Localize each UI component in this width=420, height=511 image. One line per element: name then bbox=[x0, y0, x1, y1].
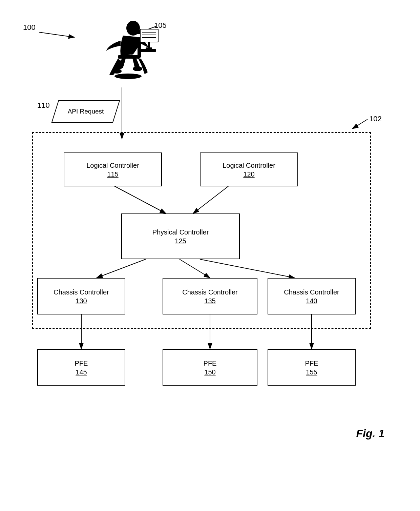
svg-rect-18 bbox=[118, 55, 140, 59]
chassis-controller-130: Chassis Controller 130 bbox=[37, 278, 125, 314]
ref-110: 110 bbox=[37, 101, 50, 110]
chassis-controller-140: Chassis Controller 140 bbox=[268, 278, 356, 314]
ref-100: 100 bbox=[23, 23, 36, 32]
svg-point-17 bbox=[133, 66, 142, 71]
svg-text:API Request: API Request bbox=[68, 108, 104, 115]
pfe-150: PFE 150 bbox=[163, 349, 257, 386]
svg-line-6 bbox=[352, 119, 368, 129]
diagram: 100 105 bbox=[0, 0, 420, 511]
pfe-145: PFE 145 bbox=[37, 349, 125, 386]
logical-controller-120: Logical Controller 120 bbox=[200, 152, 298, 186]
svg-rect-27 bbox=[146, 47, 152, 49]
physical-controller-125: Physical Controller 125 bbox=[121, 213, 240, 259]
api-request-shape: API Request bbox=[50, 100, 121, 124]
logical-controller-115: Logical Controller 115 bbox=[64, 152, 162, 186]
svg-rect-22 bbox=[141, 29, 158, 42]
pfe-155: PFE 155 bbox=[268, 349, 356, 386]
ref-102: 102 bbox=[369, 115, 382, 123]
svg-point-20 bbox=[114, 74, 142, 79]
svg-rect-28 bbox=[139, 49, 156, 52]
svg-rect-26 bbox=[148, 42, 150, 47]
figure-label: Fig. 1 bbox=[356, 427, 384, 440]
person-figure bbox=[84, 19, 162, 88]
svg-line-3 bbox=[39, 32, 75, 37]
chassis-controller-135: Chassis Controller 135 bbox=[163, 278, 257, 314]
svg-point-15 bbox=[126, 21, 140, 36]
